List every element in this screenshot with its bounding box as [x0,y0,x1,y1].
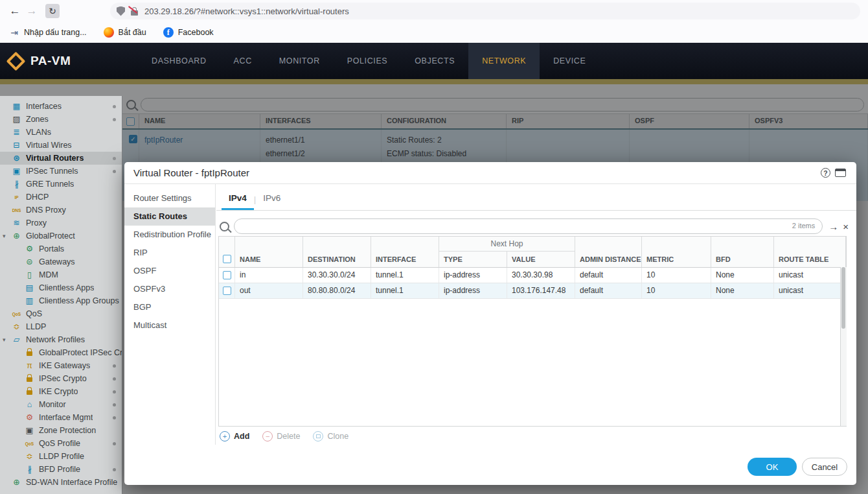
sidebar-item-lldp-profile[interactable]: ≎LLDP Profile [0,450,122,463]
browser-reload-button[interactable]: ↻ [45,4,60,18]
sidebar-item-ipsec-tunnels[interactable]: ▣IPSec Tunnels [0,165,122,178]
column-header-route-table[interactable]: ROUTE TABLE [774,237,846,267]
column-header-bfd[interactable]: BFD [711,237,774,267]
sidebar-item-virtual-wires[interactable]: ⊟Virtual Wires [0,139,122,152]
sidebar-item-dns-proxy[interactable]: DNSDNS Proxy [0,204,122,217]
sidebar-item-portals[interactable]: ⚙Portals [0,242,122,255]
static-route-row[interactable]: in30.30.30.0/24tunnel.1ip-address30.30.3… [219,268,846,283]
ok-button[interactable]: OK [748,458,797,476]
sidebar-item-ipsec-crypto[interactable]: IPSec Crypto [0,372,122,385]
row-checkbox[interactable] [223,271,231,279]
sidebar-item-vlans[interactable]: ≣VLANs [0,126,122,139]
browser-back-button[interactable]: ← [6,5,23,18]
sidebar-item-monitor[interactable]: ⌂Monitor [0,398,122,411]
clear-filter-icon[interactable]: × [843,221,849,232]
sidebar-item-globalprotect[interactable]: ▾⊕GlobalProtect [0,229,122,242]
table-scrollbar[interactable] [840,267,847,426]
bookmark-b-t-u[interactable]: Bắt đầu [104,27,146,38]
sidebar-item-interface-mgmt[interactable]: ⚙Interface Mgmt [0,411,122,424]
nav-tab-dashboard[interactable]: DASHBOARD [138,43,220,79]
bookmark-nh-p-d-u-trang[interactable]: ⇥Nhập dấu trang... [9,27,87,38]
sidebar-item-zones[interactable]: ▨Zones [0,113,122,126]
help-icon[interactable]: ? [821,168,830,178]
delete-button[interactable]: − Delete [262,431,300,441]
sidebar-item-clientless-app-groups[interactable]: ▥Clientless App Groups [0,294,122,307]
sidebar-item-qos[interactable]: QoSQoS [0,307,122,320]
nav-tab-acc[interactable]: ACC [220,43,266,79]
status-dot [113,468,116,471]
bookmark-facebook[interactable]: fFacebook [163,27,214,38]
dialog-menu-static-routes[interactable]: Static Routes [124,207,215,226]
apply-filter-icon[interactable]: → [828,221,838,232]
column-header-metric[interactable]: METRIC [642,237,711,267]
dialog-menu-ospfv3[interactable]: OSPFv3 [124,280,215,298]
sidebar-item-zone-protection[interactable]: ▣Zone Protection [0,424,122,437]
sidebar-item-bfd-profile[interactable]: ∦BFD Profile [0,463,122,476]
routes-search-input[interactable]: 2 items [234,218,823,234]
select-all-checkbox[interactable] [223,255,231,263]
dialog-menu-rip[interactable]: RIP [124,244,215,262]
dialog-menu-multicast[interactable]: Multicast [124,316,215,335]
nav-tab-monitor[interactable]: MONITOR [266,43,334,79]
nav-tab-device[interactable]: DEVICE [540,43,599,79]
dialog-menu-redistribution-profile[interactable]: Redistribution Profile [124,226,215,244]
browser-forward-button[interactable]: → [23,5,40,18]
browser-toolbar: ← → ↻ 203.29.18.26/?#network::vsys1::net… [0,0,868,22]
chevron-down-icon[interactable]: ▾ [3,233,6,239]
sidebar-item-network-profiles[interactable]: ▾▱Network Profiles [0,333,122,346]
sidebar-item-label: Interface Mgmt [39,413,93,422]
sidebar-item-clientless-apps[interactable]: ▤Clientless Apps [0,281,122,294]
gold-accent-bar [0,79,868,84]
paloalto-logo-icon [6,51,26,71]
column-header-type[interactable]: TYPE [439,252,507,267]
clone-button[interactable]: Clone [313,431,348,441]
shield-icon[interactable] [117,6,125,16]
sidebar-item-gateways[interactable]: ⊜Gateways [0,255,122,268]
nav-tab-objects[interactable]: OBJECTS [401,43,468,79]
sidebar-item-qos-profile[interactable]: QoSQoS Profile [0,437,122,450]
tab-ipv4[interactable]: IPv4 [222,189,254,210]
maximize-icon[interactable] [835,169,846,177]
bookmark-label: Facebook [178,28,214,37]
column-header-interface[interactable]: INTERFACE [371,237,439,267]
dialog-menu-router-settings[interactable]: Router Settings [124,189,215,207]
sidebar-item-lldp[interactable]: ≎LLDP [0,320,122,333]
chevron-down-icon[interactable]: ▾ [3,336,6,343]
import-bookmarks-icon: ⇥ [9,27,19,38]
nav-items: DASHBOARDACCMONITORPOLICIESOBJECTSNETWOR… [138,43,599,79]
column-header-admin-distance[interactable]: ADMIN DISTANCE [575,237,642,267]
sidebar-item-dhcp[interactable]: IPDHCP [0,191,122,204]
column-header-destination[interactable]: DESTINATION [303,237,371,267]
sidebar-item-sd-wan-interface-profile[interactable]: ⊕SD-WAN Interface Profile [0,476,122,489]
sidebar-item-proxy[interactable]: ≋Proxy [0,217,122,229]
dialog-title-bar: Virtual Router - fptIpRouter ? [124,162,856,184]
url-bar[interactable]: 203.29.18.26/?#network::vsys1::network/v… [110,3,860,19]
sidebar-item-ike-gateways[interactable]: πIKE Gateways [0,359,122,372]
sidebar-item-label: BFD Profile [39,465,80,474]
insecure-lock-icon[interactable] [131,10,138,16]
scrollbar-thumb[interactable] [841,267,845,329]
sidebar-item-virtual-routers[interactable]: ⊛Virtual Routers [0,152,122,165]
cancel-button[interactable]: Cancel [802,458,847,476]
sidebar-item-globalprotect-ipsec-crypto[interactable]: GlobalProtect IPSec Crypto [0,346,122,359]
row-checkbox[interactable] [223,287,231,295]
nav-tab-policies[interactable]: POLICIES [334,43,401,79]
sidebar-item-mdm[interactable]: ▯MDM [0,268,122,281]
column-header-value[interactable]: VALUE [507,252,575,267]
cell-metric: 10 [642,283,711,298]
sidebar-item-gre-tunnels[interactable]: ∦GRE Tunnels [0,178,122,191]
table-footer-actions: + Add − Delete Clone [220,428,348,445]
dialog-menu-ospf[interactable]: OSPF [124,262,215,280]
dialog-menu-bgp[interactable]: BGP [124,298,215,316]
sidebar-item-ike-crypto[interactable]: IKE Crypto [0,385,122,398]
sidebar-item-label: DHCP [26,193,49,202]
add-button[interactable]: + Add [220,431,249,441]
static-route-row[interactable]: out80.80.80.0/24tunnel.1ip-address103.17… [219,283,846,299]
sidebar-item-label: SD-WAN Interface Profile [26,478,117,487]
nav-tab-network[interactable]: NETWORK [468,43,540,79]
mdm-icon: ▯ [25,270,34,280]
cell-type: ip-address [439,283,507,298]
column-header-name[interactable]: NAME [235,237,303,267]
sidebar-item-interfaces[interactable]: ▦Interfaces [0,100,122,113]
tab-ipv6[interactable]: IPv6 [256,189,288,210]
